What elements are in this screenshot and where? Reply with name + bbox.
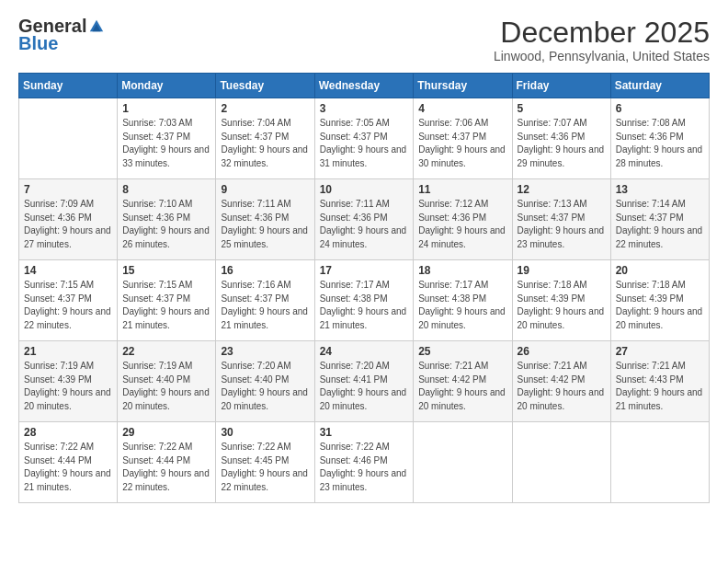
day-detail: Sunrise: 7:22 AMSunset: 4:45 PMDaylight:… <box>221 441 309 494</box>
day-detail: Sunrise: 7:21 AMSunset: 4:42 PMDaylight:… <box>418 360 506 413</box>
calendar-cell: 9Sunrise: 7:11 AMSunset: 4:36 PMDaylight… <box>216 179 314 260</box>
day-number: 19 <box>518 264 606 277</box>
calendar-cell: 26Sunrise: 7:21 AMSunset: 4:42 PMDayligh… <box>512 341 610 422</box>
calendar-cell: 11Sunrise: 7:12 AMSunset: 4:36 PMDayligh… <box>414 179 512 260</box>
day-detail: Sunrise: 7:13 AMSunset: 4:37 PMDaylight:… <box>518 198 606 251</box>
calendar-cell: 19Sunrise: 7:18 AMSunset: 4:39 PMDayligh… <box>512 260 610 341</box>
day-number: 5 <box>518 102 606 115</box>
day-detail: Sunrise: 7:09 AMSunset: 4:36 PMDaylight:… <box>24 198 112 251</box>
day-number: 15 <box>122 264 210 277</box>
calendar-header-saturday: Saturday <box>610 74 709 98</box>
day-detail: Sunrise: 7:15 AMSunset: 4:37 PMDaylight:… <box>122 279 210 332</box>
day-detail: Sunrise: 7:12 AMSunset: 4:36 PMDaylight:… <box>418 198 506 251</box>
calendar-cell: 27Sunrise: 7:21 AMSunset: 4:43 PMDayligh… <box>610 341 709 422</box>
day-detail: Sunrise: 7:19 AMSunset: 4:40 PMDaylight:… <box>122 360 210 413</box>
calendar-cell: 15Sunrise: 7:15 AMSunset: 4:37 PMDayligh… <box>118 260 216 341</box>
calendar-cell: 3Sunrise: 7:05 AMSunset: 4:37 PMDaylight… <box>314 98 414 179</box>
day-number: 6 <box>616 102 704 115</box>
calendar-cell: 22Sunrise: 7:19 AMSunset: 4:40 PMDayligh… <box>118 341 216 422</box>
calendar-cell <box>512 422 610 503</box>
title-section: December 2025 Linwood, Pennsylvania, Uni… <box>494 17 710 63</box>
calendar-cell: 12Sunrise: 7:13 AMSunset: 4:37 PMDayligh… <box>512 179 610 260</box>
calendar-cell: 21Sunrise: 7:19 AMSunset: 4:39 PMDayligh… <box>19 341 118 422</box>
calendar-cell: 30Sunrise: 7:22 AMSunset: 4:45 PMDayligh… <box>216 422 314 503</box>
calendar-week-5: 28Sunrise: 7:22 AMSunset: 4:44 PMDayligh… <box>19 422 710 503</box>
calendar-header-tuesday: Tuesday <box>216 74 314 98</box>
header: General Blue December 2025 Linwood, Penn… <box>18 17 710 63</box>
day-detail: Sunrise: 7:21 AMSunset: 4:43 PMDaylight:… <box>616 360 704 413</box>
day-number: 2 <box>221 102 309 115</box>
day-number: 22 <box>122 345 210 358</box>
day-detail: Sunrise: 7:07 AMSunset: 4:36 PMDaylight:… <box>518 117 606 170</box>
calendar-header-monday: Monday <box>118 74 216 98</box>
calendar-cell <box>414 422 512 503</box>
month-title: December 2025 <box>494 17 710 49</box>
calendar-cell: 5Sunrise: 7:07 AMSunset: 4:36 PMDaylight… <box>512 98 610 179</box>
day-number: 12 <box>518 183 606 196</box>
calendar-cell: 28Sunrise: 7:22 AMSunset: 4:44 PMDayligh… <box>19 422 118 503</box>
calendar-cell: 13Sunrise: 7:14 AMSunset: 4:37 PMDayligh… <box>610 179 709 260</box>
day-detail: Sunrise: 7:19 AMSunset: 4:39 PMDaylight:… <box>24 360 112 413</box>
day-number: 28 <box>24 426 112 439</box>
calendar-cell: 24Sunrise: 7:20 AMSunset: 4:41 PMDayligh… <box>314 341 414 422</box>
day-number: 4 <box>418 102 506 115</box>
day-number: 7 <box>24 183 112 196</box>
calendar-cell: 17Sunrise: 7:17 AMSunset: 4:38 PMDayligh… <box>314 260 414 341</box>
day-detail: Sunrise: 7:22 AMSunset: 4:44 PMDaylight:… <box>24 441 112 494</box>
calendar-cell: 14Sunrise: 7:15 AMSunset: 4:37 PMDayligh… <box>19 260 118 341</box>
day-number: 27 <box>616 345 704 358</box>
day-number: 21 <box>24 345 112 358</box>
calendar-cell: 23Sunrise: 7:20 AMSunset: 4:40 PMDayligh… <box>216 341 314 422</box>
calendar-cell: 2Sunrise: 7:04 AMSunset: 4:37 PMDaylight… <box>216 98 314 179</box>
logo: General Blue <box>18 17 105 54</box>
day-detail: Sunrise: 7:04 AMSunset: 4:37 PMDaylight:… <box>221 117 309 170</box>
day-number: 14 <box>24 264 112 277</box>
calendar-week-2: 7Sunrise: 7:09 AMSunset: 4:36 PMDaylight… <box>19 179 710 260</box>
day-detail: Sunrise: 7:17 AMSunset: 4:38 PMDaylight:… <box>418 279 506 332</box>
day-detail: Sunrise: 7:22 AMSunset: 4:46 PMDaylight:… <box>320 441 409 494</box>
calendar-cell: 25Sunrise: 7:21 AMSunset: 4:42 PMDayligh… <box>414 341 512 422</box>
day-number: 18 <box>418 264 506 277</box>
calendar-cell <box>19 98 118 179</box>
day-detail: Sunrise: 7:15 AMSunset: 4:37 PMDaylight:… <box>24 279 112 332</box>
calendar-week-3: 14Sunrise: 7:15 AMSunset: 4:37 PMDayligh… <box>19 260 710 341</box>
calendar-header-sunday: Sunday <box>19 74 118 98</box>
calendar-cell: 6Sunrise: 7:08 AMSunset: 4:36 PMDaylight… <box>610 98 709 179</box>
calendar-header-row: SundayMondayTuesdayWednesdayThursdayFrid… <box>19 74 710 98</box>
calendar-week-1: 1Sunrise: 7:03 AMSunset: 4:37 PMDaylight… <box>19 98 710 179</box>
day-detail: Sunrise: 7:03 AMSunset: 4:37 PMDaylight:… <box>122 117 210 170</box>
day-detail: Sunrise: 7:18 AMSunset: 4:39 PMDaylight:… <box>616 279 704 332</box>
day-number: 1 <box>122 102 210 115</box>
calendar-cell: 16Sunrise: 7:16 AMSunset: 4:37 PMDayligh… <box>216 260 314 341</box>
day-detail: Sunrise: 7:16 AMSunset: 4:37 PMDaylight:… <box>221 279 309 332</box>
day-number: 11 <box>418 183 506 196</box>
calendar-cell <box>610 422 709 503</box>
day-detail: Sunrise: 7:11 AMSunset: 4:36 PMDaylight:… <box>320 198 409 251</box>
calendar-header-wednesday: Wednesday <box>314 74 414 98</box>
day-detail: Sunrise: 7:08 AMSunset: 4:36 PMDaylight:… <box>616 117 704 170</box>
logo-text: General <box>18 17 105 35</box>
calendar-cell: 31Sunrise: 7:22 AMSunset: 4:46 PMDayligh… <box>314 422 414 503</box>
calendar-cell: 29Sunrise: 7:22 AMSunset: 4:44 PMDayligh… <box>118 422 216 503</box>
day-number: 17 <box>320 264 409 277</box>
calendar-cell: 20Sunrise: 7:18 AMSunset: 4:39 PMDayligh… <box>610 260 709 341</box>
day-number: 23 <box>221 345 309 358</box>
day-number: 9 <box>221 183 309 196</box>
page: General Blue December 2025 Linwood, Penn… <box>0 0 728 563</box>
day-detail: Sunrise: 7:20 AMSunset: 4:41 PMDaylight:… <box>320 360 409 413</box>
day-number: 31 <box>320 426 409 439</box>
day-detail: Sunrise: 7:20 AMSunset: 4:40 PMDaylight:… <box>221 360 309 413</box>
calendar-header-thursday: Thursday <box>414 74 512 98</box>
day-number: 20 <box>616 264 704 277</box>
day-detail: Sunrise: 7:05 AMSunset: 4:37 PMDaylight:… <box>320 117 409 170</box>
day-detail: Sunrise: 7:06 AMSunset: 4:37 PMDaylight:… <box>418 117 506 170</box>
day-detail: Sunrise: 7:18 AMSunset: 4:39 PMDaylight:… <box>518 279 606 332</box>
calendar: SundayMondayTuesdayWednesdayThursdayFrid… <box>18 73 710 503</box>
logo-icon <box>88 17 105 34</box>
calendar-cell: 4Sunrise: 7:06 AMSunset: 4:37 PMDaylight… <box>414 98 512 179</box>
day-detail: Sunrise: 7:14 AMSunset: 4:37 PMDaylight:… <box>616 198 704 251</box>
calendar-cell: 10Sunrise: 7:11 AMSunset: 4:36 PMDayligh… <box>314 179 414 260</box>
calendar-cell: 1Sunrise: 7:03 AMSunset: 4:37 PMDaylight… <box>118 98 216 179</box>
location: Linwood, Pennsylvania, United States <box>494 49 710 63</box>
day-detail: Sunrise: 7:10 AMSunset: 4:36 PMDaylight:… <box>122 198 210 251</box>
